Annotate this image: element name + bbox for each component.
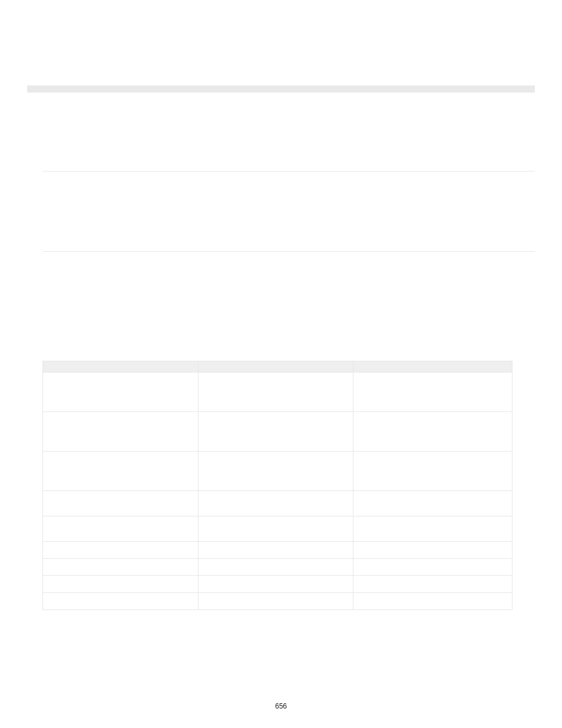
table-cell <box>198 542 353 559</box>
table-header-cell <box>43 361 199 373</box>
table-cell <box>43 576 199 593</box>
table-cell <box>43 412 199 452</box>
table-cell <box>43 491 199 516</box>
table-cell <box>198 593 353 610</box>
table-cell <box>43 559 199 576</box>
table-row <box>43 491 513 516</box>
table-cell <box>198 373 353 412</box>
blank-region <box>42 252 535 361</box>
table-row <box>43 452 513 491</box>
table-cell <box>43 373 199 412</box>
blank-region <box>42 172 535 251</box>
table-cell <box>198 412 353 452</box>
table-cell <box>43 452 199 491</box>
table-cell <box>43 516 199 542</box>
top-separator-bar <box>27 85 535 93</box>
table-row <box>43 576 513 593</box>
table-cell <box>198 516 353 542</box>
table-row <box>43 559 513 576</box>
table-cell <box>353 576 513 593</box>
table-cell <box>43 593 199 610</box>
page: 656 <box>0 0 562 728</box>
reference-table <box>42 361 513 610</box>
table-cell <box>353 373 513 412</box>
table-cell <box>353 412 513 452</box>
table-row <box>43 593 513 610</box>
table-row <box>43 516 513 542</box>
table-header-cell <box>198 361 353 373</box>
table-row <box>43 542 513 559</box>
table-cell <box>198 576 353 593</box>
table-cell <box>43 542 199 559</box>
table-cell <box>353 491 513 516</box>
page-number: 656 <box>0 702 562 710</box>
table-cell <box>198 452 353 491</box>
table-row <box>43 412 513 452</box>
blank-region <box>42 115 535 171</box>
table-row <box>43 373 513 412</box>
table-cell <box>353 559 513 576</box>
table-cell <box>353 516 513 542</box>
table-header-cell <box>353 361 513 373</box>
table-cell <box>198 491 353 516</box>
table-cell <box>353 542 513 559</box>
table-cell <box>353 452 513 491</box>
table-cell <box>198 559 353 576</box>
table-header-row <box>43 361 513 373</box>
table-cell <box>353 593 513 610</box>
